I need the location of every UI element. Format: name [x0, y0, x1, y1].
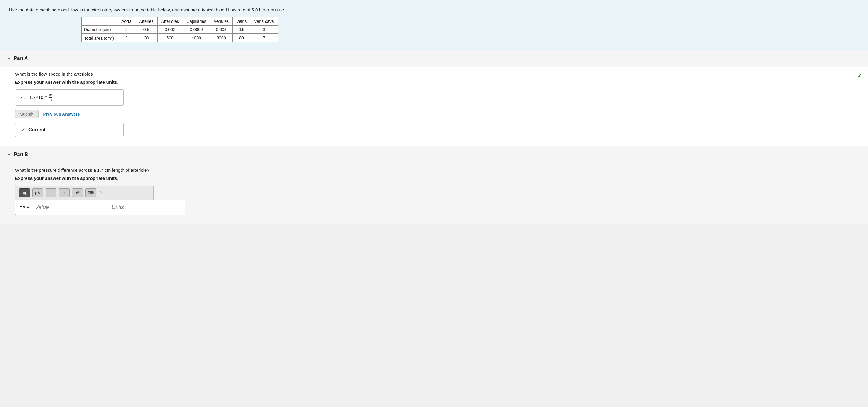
help-button[interactable]: ? [100, 190, 102, 195]
cell-diameter-vena-cava: 3 [250, 26, 278, 34]
cell-diameter-arterioles: 0.002 [157, 26, 183, 34]
part-a-completion-checkmark: ✓ [857, 72, 862, 80]
col-header-vena-cava: Vena cava [250, 18, 278, 26]
part-a-section: ▼ Part A What is the flow speed in the a… [0, 50, 868, 146]
undo-icon: ↩ [49, 190, 53, 195]
correct-label: Correct [28, 127, 45, 132]
cell-area-arterioles: 500 [157, 34, 183, 42]
cell-diameter-venules: 0.003 [210, 26, 233, 34]
part-b-content: What is the pressure difference across a… [0, 163, 868, 224]
part-a-label: Part A [14, 56, 28, 61]
chevron-down-icon: ▼ [7, 56, 11, 61]
part-b-var-label: Δp = [16, 200, 32, 215]
symbol-icon: μÅ [35, 190, 40, 195]
col-header-arterioles: Arterioles [157, 18, 183, 26]
cell-area-veins: 80 [232, 34, 250, 42]
table-row: Diameter (cm) 2 0.5 0.002 0.0009 0.003 0… [82, 26, 278, 34]
submit-button[interactable]: Submit [15, 110, 38, 118]
previous-answers-link[interactable]: Previous Answers [43, 112, 80, 117]
keyboard-icon: ⌨ [88, 190, 94, 195]
col-header-arteries: Arteries [135, 18, 157, 26]
parts-container: ▼ Part A What is the flow speed in the a… [0, 50, 868, 224]
cell-diameter-capillaries: 0.0009 [183, 26, 210, 34]
template-icon: ▦ [23, 190, 27, 195]
col-header-venules: Venules [210, 18, 233, 26]
part-a-instruction: Express your answer with the appropriate… [15, 80, 853, 85]
col-header-veins: Veins [232, 18, 250, 26]
part-a-question: What is the flow speed in the arterioles… [15, 67, 853, 76]
part-b-section: ▼ Part B What is the pressure difference… [0, 146, 868, 224]
cell-area-venules: 3000 [210, 34, 233, 42]
cell-area-aorta: 3 [118, 34, 135, 42]
math-toolbar: ▦ μÅ ↩ ↪ ↺ ⌨ [15, 186, 154, 200]
keyboard-button[interactable]: ⌨ [85, 188, 96, 197]
chevron-down-icon: ▼ [7, 152, 11, 157]
correct-box: ✓ Correct [15, 123, 124, 137]
template-button[interactable]: ▦ [19, 188, 30, 197]
problem-description: Use the data describing blood flow in th… [9, 7, 859, 12]
part-a-header[interactable]: ▼ Part A [0, 50, 868, 67]
math-input-row: Δp = [15, 200, 154, 215]
cell-diameter-arteries: 0.5 [135, 26, 157, 34]
part-b-value-input[interactable] [32, 200, 108, 215]
data-table: Aorta Arteries Arterioles Capillaries Ve… [82, 17, 278, 42]
part-b-header[interactable]: ▼ Part B [0, 147, 868, 163]
part-b-question: What is the pressure difference across a… [15, 163, 853, 173]
part-a-answer-value: 1.7×10−3 ms [30, 93, 53, 102]
col-header-capillaries: Capillaries [183, 18, 210, 26]
part-b-units-input[interactable] [108, 200, 185, 215]
checkmark-icon: ✓ [21, 127, 25, 133]
math-input-container: ▦ μÅ ↩ ↪ ↺ ⌨ [15, 186, 154, 215]
part-a-actions: Submit Previous Answers [15, 110, 853, 118]
symbol-button[interactable]: μÅ [32, 188, 43, 197]
cell-area-arteries: 20 [135, 34, 157, 42]
cell-diameter-aorta: 2 [118, 26, 135, 34]
row-label-area: Total area (cm2) [82, 34, 118, 42]
col-header-empty [82, 18, 118, 26]
part-a-content: What is the flow speed in the arterioles… [0, 67, 868, 146]
reset-icon: ↺ [76, 190, 79, 195]
cell-diameter-veins: 0.5 [232, 26, 250, 34]
part-b-instruction: Express your answer with the appropriate… [15, 176, 853, 181]
part-b-label: Part B [14, 152, 28, 157]
col-header-aorta: Aorta [118, 18, 135, 26]
row-label-diameter: Diameter (cm) [82, 26, 118, 34]
cell-area-capillaries: 4000 [183, 34, 210, 42]
cell-area-vena-cava: 7 [250, 34, 278, 42]
undo-button[interactable]: ↩ [45, 188, 56, 197]
redo-icon: ↪ [62, 190, 66, 195]
redo-button[interactable]: ↪ [59, 188, 70, 197]
reset-button[interactable]: ↺ [72, 188, 83, 197]
part-a-answer-box: v = 1.7×10−3 ms [15, 90, 124, 106]
table-row: Total area (cm2) 3 20 500 4000 3000 80 7 [82, 34, 278, 42]
part-a-var-label: v = [20, 95, 27, 100]
problem-header: Use the data describing blood flow in th… [0, 0, 868, 50]
